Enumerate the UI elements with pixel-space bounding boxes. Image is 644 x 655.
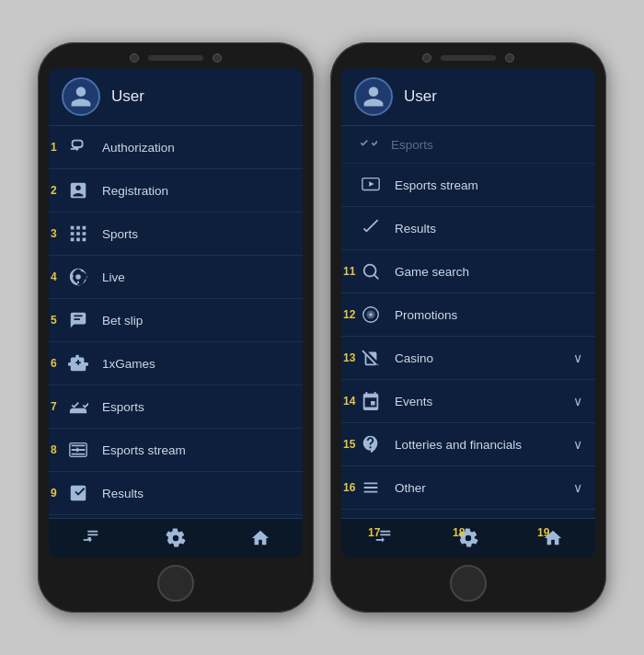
avatar-left: [62, 77, 100, 116]
stream-icon-right: [358, 172, 384, 198]
svg-point-0: [75, 274, 81, 280]
results-label-left: Results: [102, 487, 144, 500]
svg-marker-2: [76, 447, 81, 453]
promo-icon: [358, 302, 384, 328]
events-label: Events: [395, 395, 432, 408]
betslip-label: Bet slip: [102, 314, 143, 328]
user-header-right: User: [341, 68, 595, 126]
live-icon: [65, 264, 91, 290]
number-badge-7: 7: [51, 400, 57, 413]
menu-list-right: Esports stream Results Game search 11: [341, 164, 595, 518]
number-badge-r-15: 15: [343, 438, 355, 451]
screen-left: User 1 Authorization 1 Registrati: [49, 68, 303, 557]
menu-item-results-right[interactable]: Results: [341, 207, 595, 250]
speaker-left: [148, 55, 203, 61]
menu-item-game-search[interactable]: Game search 11: [341, 250, 595, 293]
camera-right: [422, 53, 431, 63]
speaker-right: [441, 55, 496, 61]
games-icon: [65, 350, 91, 376]
number-badge-3: 3: [51, 227, 57, 240]
menu-item-1xgames[interactable]: 1xGames 6: [49, 342, 303, 385]
games-label: 1xGames: [102, 357, 155, 371]
other-label: Other: [395, 481, 426, 495]
reg-label: Registration: [102, 184, 168, 198]
stream-icon-left: [65, 437, 91, 463]
menu-item-casino[interactable]: Casino ∨ 13: [341, 337, 595, 380]
menu-item-events[interactable]: Events ∨ 14: [341, 380, 595, 423]
casino-label: Casino: [395, 351, 433, 365]
username-right: User: [404, 87, 437, 106]
svg-rect-5: [87, 537, 91, 539]
user-header-left: User: [49, 68, 303, 126]
number-badge-r-13: 13: [343, 351, 355, 364]
svg-rect-13: [380, 534, 390, 535]
menu-item-registration[interactable]: Registration 2: [49, 169, 303, 213]
phone-right: User Esports Esports stream: [330, 42, 606, 613]
menu-item-esports[interactable]: Esports 7: [49, 385, 303, 429]
events-icon: [358, 388, 384, 414]
bottom-nav-item-right-2[interactable]: 18: [451, 526, 486, 550]
menu-item-betslip[interactable]: Bet slip 5: [49, 299, 303, 342]
menu-list-left: 1 Authorization 1 Registration 2: [49, 126, 303, 518]
results-icon-left: [65, 480, 91, 506]
number-badge-5: 5: [51, 314, 57, 327]
number-badge-4: 4: [51, 270, 57, 283]
casino-icon: [358, 345, 384, 371]
menu-item-other[interactable]: Other ∨ 16: [341, 466, 595, 510]
esports-scroll-label: Esports: [391, 138, 433, 152]
number-badge-2: 2: [51, 184, 57, 197]
number-badge-bn-18: 18: [453, 526, 465, 539]
number-badge-6: 6: [51, 357, 57, 370]
lottery-icon: [358, 431, 384, 457]
phone-bottom-left: [49, 565, 303, 602]
stream-label-right: Esports stream: [395, 178, 478, 192]
auth-label: Authorization: [102, 141, 175, 155]
number-badge-8: 8: [51, 443, 57, 456]
phone-top-bar-right: [341, 53, 595, 63]
results-icon-right: [358, 215, 384, 241]
lottery-chevron: ∨: [573, 437, 582, 452]
username-left: User: [111, 87, 144, 106]
bottom-nav-item-2[interactable]: [158, 526, 193, 550]
phone-left: User 1 Authorization 1 Registrati: [38, 42, 314, 613]
svg-point-11: [369, 313, 373, 316]
number-badge-9: 9: [51, 487, 57, 500]
menu-item-authorization[interactable]: 1 Authorization 1: [49, 126, 303, 169]
casino-chevron: ∨: [573, 350, 582, 365]
home-button-left[interactable]: [157, 565, 194, 602]
bottom-nav-item-right-3[interactable]: 19: [535, 526, 570, 550]
sports-label: Sports: [102, 227, 138, 241]
bottom-nav-right: 17 18 19: [341, 518, 595, 557]
live-label: Live: [102, 270, 125, 284]
betslip-icon: [65, 307, 91, 333]
bottom-nav-item-right-1[interactable]: 17: [366, 526, 401, 550]
bottom-nav-item-1[interactable]: [74, 526, 109, 550]
menu-item-promotions[interactable]: Promotions 12: [341, 293, 595, 337]
reg-icon: [65, 178, 91, 203]
gamesearch-icon: [358, 259, 384, 284]
menu-item-live[interactable]: Live 4: [49, 256, 303, 299]
menu-item-lotteries[interactable]: Lotteries and financials ∨ 15: [341, 423, 595, 466]
sports-icon: [65, 221, 91, 247]
menu-item-results-left[interactable]: Results 9: [49, 472, 303, 515]
number-badge-r-12: 12: [343, 308, 355, 321]
phone-bottom-right: [341, 565, 595, 602]
events-chevron: ∨: [573, 394, 582, 408]
screen-right: User Esports Esports stream: [341, 68, 595, 557]
other-icon: [358, 475, 384, 500]
number-badge-bn-19: 19: [537, 526, 549, 539]
other-chevron: ∨: [573, 480, 582, 495]
esports-label: Esports: [102, 400, 144, 414]
menu-item-esports-stream-left[interactable]: Esports stream 8: [49, 429, 303, 472]
gamesearch-label: Game search: [395, 265, 469, 279]
scrolled-esports: Esports: [341, 126, 595, 164]
number-badge-r-11: 11: [343, 265, 355, 278]
bottom-nav-item-3[interactable]: [243, 526, 278, 550]
camera-left: [130, 53, 139, 63]
auth-icon: [65, 134, 91, 160]
menu-item-sports[interactable]: Sports 3: [49, 213, 303, 256]
svg-marker-7: [369, 181, 374, 187]
menu-item-esports-stream-right[interactable]: Esports stream: [341, 164, 595, 207]
home-button-right[interactable]: [450, 565, 487, 602]
stream-label-left: Esports stream: [102, 443, 186, 457]
